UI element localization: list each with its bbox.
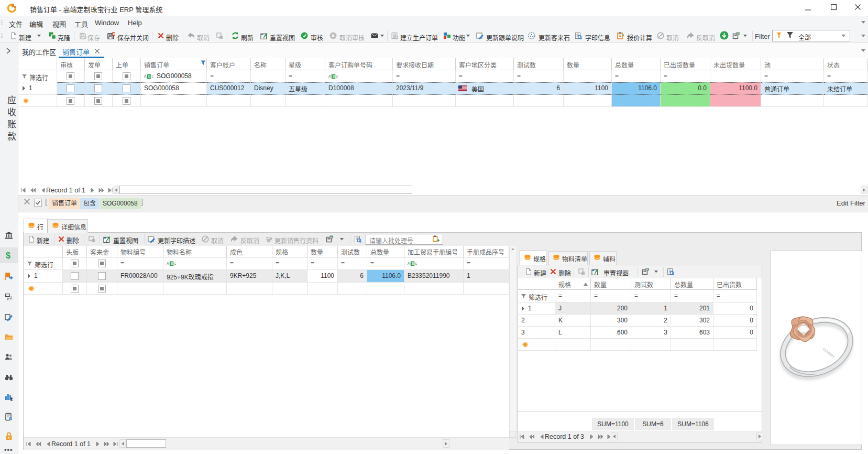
svg-text:c: c <box>336 74 338 79</box>
svg-text:B: B <box>171 261 173 266</box>
svg-text:A: A <box>328 74 331 79</box>
svg-text:©Disney: ©Disney <box>822 347 836 359</box>
svg-text:A: A <box>144 74 147 79</box>
svg-text:$: $ <box>6 251 10 260</box>
svg-text:B: B <box>412 261 414 266</box>
svg-text:A: A <box>167 261 169 266</box>
svg-text:c: c <box>174 261 177 266</box>
svg-text:B: B <box>148 74 151 79</box>
svg-text:c: c <box>415 261 417 266</box>
svg-text:B: B <box>333 74 335 79</box>
svg-text:A: A <box>408 261 410 266</box>
svg-text:c: c <box>152 74 154 79</box>
